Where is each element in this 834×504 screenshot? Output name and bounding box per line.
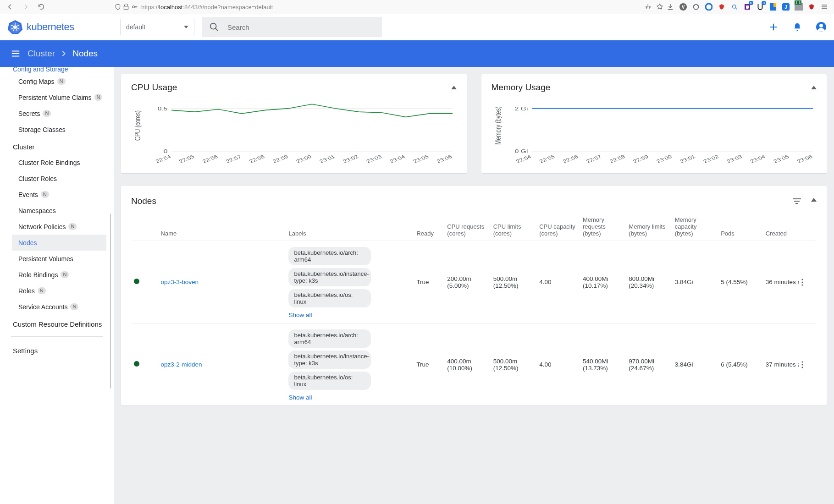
mem-lim-cell: 970.00Mi (24.67%) [626, 323, 672, 406]
ext-v-icon[interactable]: V [679, 3, 687, 11]
sidebar-item-events[interactable]: EventsN [0, 186, 114, 203]
labels-cell: beta.kubernetes.io/arch: arm64beta.kuber… [286, 241, 414, 323]
ready-cell: True [414, 323, 444, 406]
name-cell: opz3-3-boven [158, 241, 286, 323]
sidebar-section-config-storage[interactable]: Config and Storage [0, 67, 114, 73]
search-box[interactable] [202, 17, 382, 37]
search-input[interactable] [227, 23, 375, 31]
cpu-cap-cell: 4.00 [536, 323, 580, 406]
mem-cap-cell: 3.84Gi [672, 241, 718, 323]
svg-text:23:01: 23:01 [679, 154, 696, 164]
ext-u2-icon[interactable]: 8 [756, 3, 764, 11]
ext-flag-icon[interactable] [769, 3, 777, 11]
svg-text:23:05: 23:05 [772, 154, 790, 164]
col-header[interactable]: Ready [414, 213, 444, 241]
sidebar-item-namespaces[interactable]: Namespaces [0, 203, 114, 219]
svg-text:Memory (bytes): Memory (bytes) [493, 106, 502, 144]
downloads-icon[interactable] [666, 3, 674, 11]
row-menu-button[interactable] [801, 361, 814, 368]
extensions-icon[interactable] [692, 3, 700, 11]
sidebar-item-service-accounts[interactable]: Service AccountsN [0, 299, 114, 315]
label-chip[interactable]: beta.kubernetes.io/instance-type: k3s [288, 351, 371, 369]
label-chip[interactable]: beta.kubernetes.io/os: linux [288, 289, 371, 307]
sidebar-item-roles[interactable]: RolesN [0, 283, 114, 299]
sidebar-item-secrets[interactable]: SecretsN [0, 105, 114, 121]
create-button[interactable] [768, 22, 779, 33]
col-header[interactable]: Memory capacity (bytes) [672, 213, 718, 241]
logo[interactable]: kubernetes [7, 19, 122, 35]
memory-chart: 0 Gi2 Gi22:5422:5522:5622:5722:5822:5923… [492, 97, 817, 167]
sidebar-section-crd[interactable]: Custom Resource Definitions [0, 315, 114, 332]
forward-button[interactable] [19, 0, 32, 13]
bookmark-star-icon[interactable] [656, 3, 663, 11]
sidebar-item-role-bindings[interactable]: Role BindingsN [0, 267, 114, 283]
collapse-button[interactable] [811, 86, 817, 89]
svg-text:CPU (cores): CPU (cores) [133, 110, 142, 141]
col-header[interactable]: CPU requests (cores) [444, 213, 490, 241]
ext-j-icon[interactable]: J [782, 3, 790, 11]
url-bar[interactable]: https://localhost:8443/#/node?namespace=… [50, 3, 663, 11]
label-chip[interactable]: beta.kubernetes.io/arch: arm64 [288, 329, 371, 348]
sidebar-item-label: Network Policies [18, 223, 66, 230]
sidebar-item-cluster-role-bindings[interactable]: Cluster Role Bindings [0, 154, 114, 170]
col-header[interactable]: Labels [286, 213, 414, 241]
sidebar-section-cluster[interactable]: Cluster [0, 137, 114, 154]
browser-toolbar-right: V 6 8 J 3.3 [666, 3, 830, 11]
menu-toggle-button[interactable] [7, 45, 24, 62]
show-all-link[interactable]: Show all [288, 394, 411, 401]
filter-button[interactable] [793, 198, 801, 204]
browser-menu-icon[interactable] [820, 3, 828, 11]
notifications-button[interactable] [792, 22, 803, 33]
col-header[interactable]: Memory requests (bytes) [580, 213, 626, 241]
svg-point-4 [732, 5, 736, 8]
reload-button[interactable] [35, 0, 48, 13]
svg-text:23:03: 23:03 [725, 154, 743, 164]
back-button[interactable] [4, 0, 17, 13]
collapse-button[interactable] [811, 198, 817, 204]
namespace-badge: N [61, 271, 69, 278]
ext-cat-icon[interactable]: 3.3 [795, 3, 803, 11]
col-header[interactable]: CPU capacity (cores) [536, 213, 580, 241]
ext-red-shield-icon[interactable] [718, 3, 726, 11]
svg-point-55 [801, 361, 803, 362]
col-header[interactable] [131, 213, 158, 241]
ext-ublock-icon[interactable] [807, 3, 816, 11]
namespace-badge: N [38, 287, 46, 294]
show-all-link[interactable]: Show all [288, 312, 411, 318]
label-chip[interactable]: beta.kubernetes.io/arch: arm64 [288, 247, 371, 265]
account-button[interactable] [816, 22, 827, 33]
sidebar-item-persistent-volume-claims[interactable]: Persistent Volume ClaimsN [0, 89, 114, 105]
col-header[interactable]: Memory limits (bytes) [626, 213, 672, 241]
col-header[interactable]: CPU limits (cores) [491, 213, 536, 241]
node-link[interactable]: opz3-2-midden [161, 361, 202, 368]
sidebar-item-cluster-roles[interactable]: Cluster Roles [0, 170, 114, 186]
col-header[interactable]: Created [763, 213, 799, 241]
sidebar-item-config-maps[interactable]: Config MapsN [0, 73, 114, 89]
namespace-badge: N [43, 110, 51, 117]
status-cell [131, 323, 158, 406]
main-content: CPU Usage 00.522:5422:5522:5622:5722:582… [114, 67, 834, 504]
namespace-select[interactable]: default [120, 19, 194, 35]
cpu-req-cell: 400.00m (10.00%) [444, 323, 490, 406]
sidebar-item-nodes[interactable]: Nodes [12, 235, 106, 251]
ext-blue-circle-icon[interactable] [705, 3, 713, 11]
node-link[interactable]: opz3-3-boven [161, 279, 199, 285]
nodes-table: NameLabelsReadyCPU requests (cores)CPU l… [131, 213, 817, 405]
sidebar-item-settings[interactable]: Settings [0, 341, 114, 358]
sidebar-item-storage-classes[interactable]: Storage Classes [0, 121, 114, 137]
sidebar-item-network-policies[interactable]: Network PoliciesN [0, 219, 114, 235]
sidebar-item-persistent-volumes[interactable]: Persistent Volumes [0, 251, 114, 267]
ext-search-icon[interactable] [730, 3, 739, 11]
collapse-button[interactable] [451, 86, 457, 89]
svg-point-57 [801, 367, 803, 368]
label-chip[interactable]: beta.kubernetes.io/instance-type: k3s [288, 268, 371, 286]
namespace-selected-value: default [126, 23, 145, 31]
breadcrumb-parent[interactable]: Cluster [28, 49, 55, 59]
col-header[interactable]: Pods [718, 213, 763, 241]
label-chip[interactable]: beta.kubernetes.io/os: linux [288, 372, 371, 390]
col-header[interactable]: Name [158, 213, 286, 241]
sidebar-item-label: Nodes [18, 239, 37, 247]
row-menu-button[interactable] [801, 279, 814, 286]
translate-icon[interactable] [644, 3, 652, 11]
ext-u1-icon[interactable]: 6 [743, 3, 751, 11]
